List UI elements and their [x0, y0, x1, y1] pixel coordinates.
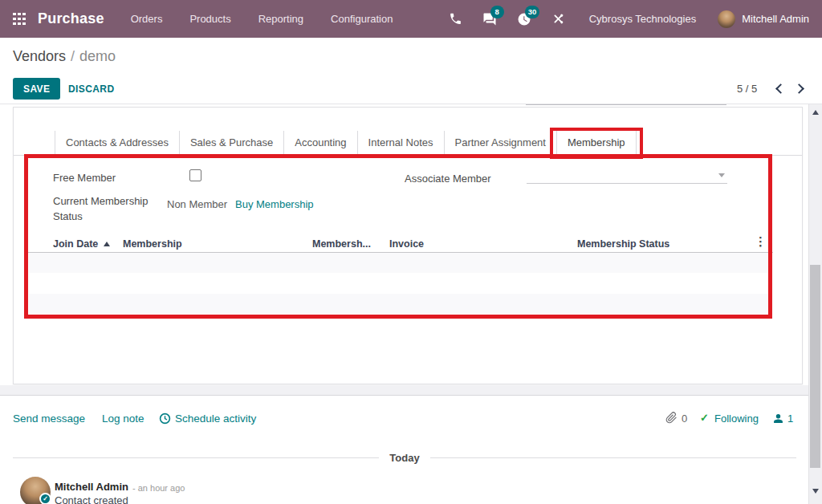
breadcrumb-vendors[interactable]: Vendors — [13, 48, 66, 64]
following-button[interactable]: Following — [714, 413, 759, 425]
buy-membership-link[interactable]: Buy Membership — [235, 198, 314, 210]
sort-ascending-icon — [104, 242, 110, 246]
tab-membership-label: Membership — [568, 136, 625, 148]
column-membership[interactable]: Membership — [123, 236, 182, 252]
column-membership-status[interactable]: Membership Status — [577, 236, 669, 252]
menu-orders[interactable]: Orders — [117, 0, 177, 38]
breadcrumb-current: demo — [79, 48, 116, 64]
breadcrumb-separator: / — [71, 48, 75, 64]
user-name: Mitchell Admin — [742, 13, 809, 25]
menu-configuration[interactable]: Configuration — [317, 0, 406, 38]
user-avatar — [718, 10, 735, 28]
divider-line — [13, 457, 379, 458]
schedule-activity-label: Schedule activity — [175, 413, 256, 425]
tab-accounting[interactable]: Accounting — [284, 131, 357, 155]
scrollbar-up-arrow[interactable] — [812, 110, 819, 115]
form-sheet: Contacts & Addresses Sales & Purchase Ac… — [13, 107, 803, 384]
list-options-kebab-icon[interactable]: ⋮ — [755, 234, 767, 250]
company-switcher[interactable]: Cybrosys Technologies — [589, 13, 696, 25]
tab-partner-assignment[interactable]: Partner Assignment — [445, 131, 557, 155]
message-timestamp: - an hour ago — [132, 483, 185, 493]
following-check-icon: ✓ — [700, 412, 709, 424]
column-join-date-label: Join Date — [53, 238, 98, 250]
control-panel: Vendors/demo SAVE DISCARD 5 / 5 — [0, 38, 822, 104]
menu-products[interactable]: Products — [176, 0, 244, 38]
date-divider-label: Today — [389, 452, 419, 464]
column-membership-fee[interactable]: Membersh... — [312, 236, 371, 252]
tab-contacts-addresses[interactable]: Contacts & Addresses — [55, 131, 180, 155]
sheet-bottom-strip — [0, 385, 808, 396]
divider-line — [430, 457, 796, 458]
associate-member-label: Associate Member — [405, 173, 491, 185]
truncated-field-underline — [526, 104, 726, 105]
scrollbar-thumb[interactable] — [810, 265, 820, 468]
send-message-button[interactable]: Send message — [13, 413, 85, 425]
breadcrumb: Vendors/demo — [13, 48, 116, 65]
paperclip-icon — [665, 412, 678, 424]
message-body: Contact created — [55, 494, 128, 504]
app-title[interactable]: Purchase — [38, 10, 104, 27]
free-member-label: Free Member — [53, 172, 116, 184]
tools-icon[interactable] — [551, 12, 565, 26]
activities-clock-icon[interactable]: 30 — [517, 12, 531, 26]
user-menu[interactable]: Mitchell Admin — [718, 10, 809, 28]
pager-next-icon[interactable] — [794, 83, 804, 94]
empty-list-row — [29, 273, 769, 294]
tab-sales-purchase[interactable]: Sales & Purchase — [180, 131, 284, 155]
tab-internal-notes[interactable]: Internal Notes — [358, 131, 445, 155]
author-verified-badge: ✓ — [39, 493, 51, 504]
associate-member-field[interactable] — [527, 167, 727, 184]
pager-value: 5 / 5 — [737, 83, 757, 95]
tab-membership[interactable]: Membership — [557, 131, 637, 155]
column-join-date[interactable]: Join Date — [53, 236, 110, 252]
attachments-button[interactable] — [665, 412, 678, 427]
messages-badge: 8 — [490, 6, 504, 18]
main-menu: Orders Products Reporting Configuration — [117, 0, 407, 38]
log-note-button[interactable]: Log note — [102, 413, 144, 425]
attachments-count[interactable]: 0 — [682, 413, 687, 425]
membership-status-value: Non Member — [167, 198, 227, 210]
apps-menu-icon[interactable] — [13, 13, 26, 26]
followers-count[interactable]: 1 — [787, 413, 793, 425]
empty-list-row — [29, 253, 769, 273]
date-divider: Today — [13, 451, 796, 464]
message-author[interactable]: Mitchell Admin — [55, 481, 128, 493]
pager-previous-icon[interactable] — [775, 83, 786, 94]
schedule-activity-button[interactable]: Schedule activity — [159, 413, 256, 425]
current-membership-status-label: Current Membership Status — [53, 193, 165, 224]
followers-icon[interactable] — [773, 413, 783, 427]
clock-icon — [159, 413, 171, 425]
chevron-down-icon — [718, 173, 725, 177]
column-invoice[interactable]: Invoice — [389, 236, 424, 252]
notebook-tabs: Contacts & Addresses Sales & Purchase Ac… — [14, 131, 802, 156]
odoo-purchase-vendor-form: Purchase Orders Products Reporting Confi… — [0, 0, 822, 504]
save-button[interactable]: SAVE — [13, 78, 60, 100]
top-navbar: Purchase Orders Products Reporting Confi… — [0, 0, 822, 38]
empty-list-row — [29, 294, 769, 313]
messages-icon[interactable]: 8 — [482, 12, 497, 26]
free-member-checkbox[interactable] — [189, 169, 201, 181]
activities-badge: 30 — [525, 6, 540, 18]
scrollbar-down-arrow[interactable] — [812, 489, 819, 494]
discard-button[interactable]: DISCARD — [68, 78, 114, 100]
phone-icon[interactable] — [449, 12, 462, 26]
menu-reporting[interactable]: Reporting — [245, 0, 317, 38]
